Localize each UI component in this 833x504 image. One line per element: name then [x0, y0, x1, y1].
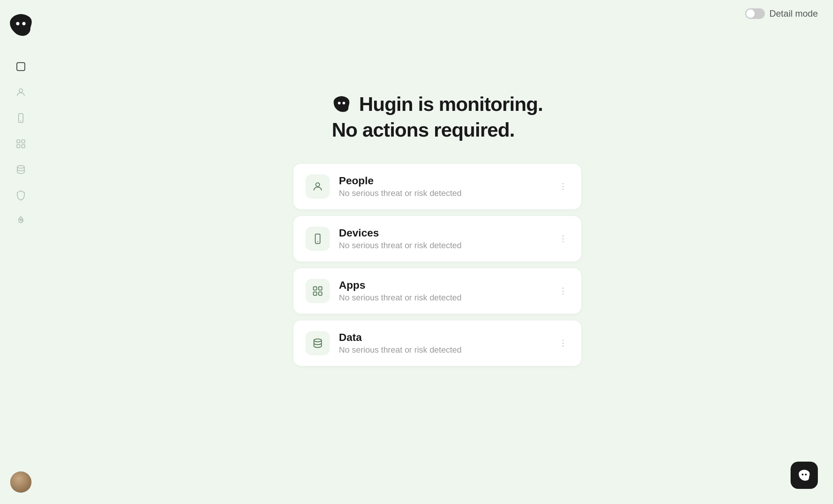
data-card-subtitle: No serious threat or risk detected	[339, 345, 548, 355]
sidebar-item-devices[interactable]	[13, 110, 28, 126]
devices-card-text: Devices No serious threat or risk detect…	[339, 227, 548, 250]
sidebar-item-dashboard[interactable]	[13, 59, 28, 74]
chat-bot-icon	[797, 468, 811, 482]
hero-logo-icon	[332, 94, 351, 114]
apps-card-subtitle: No serious threat or risk detected	[339, 293, 548, 303]
user-avatar[interactable]	[10, 471, 31, 493]
svg-rect-8	[17, 145, 20, 148]
devices-card-subtitle: No serious threat or risk detected	[339, 241, 548, 250]
devices-card-menu[interactable]: ⋮	[557, 233, 569, 245]
devices-card-title: Devices	[339, 227, 548, 239]
sidebar-item-database[interactable]	[13, 162, 28, 177]
svg-rect-18	[314, 292, 317, 296]
people-card-text: People No serious threat or risk detecte…	[339, 175, 548, 198]
apps-card-title: Apps	[339, 279, 548, 291]
svg-point-13	[316, 183, 320, 187]
svg-point-21	[802, 474, 803, 476]
svg-rect-2	[17, 63, 25, 71]
devices-card[interactable]: Devices No serious threat or risk detect…	[293, 216, 581, 261]
app-logo[interactable]	[7, 11, 34, 40]
hero-section: Hugin is monitoring. No actions required…	[332, 93, 543, 141]
people-card-icon-wrapper	[306, 174, 330, 199]
svg-point-20	[314, 339, 321, 342]
detail-mode-toggle[interactable]	[745, 8, 765, 19]
apps-icon	[312, 285, 323, 297]
sidebar	[0, 0, 42, 504]
people-card-menu[interactable]: ⋮	[557, 180, 569, 193]
people-card-title: People	[339, 175, 548, 187]
svg-point-15	[317, 241, 318, 242]
data-card-icon-wrapper	[306, 331, 330, 355]
data-card-menu[interactable]: ⋮	[557, 337, 569, 349]
svg-point-3	[19, 89, 22, 92]
svg-point-10	[17, 166, 25, 168]
svg-point-0	[16, 22, 19, 25]
data-card-text: Data No serious threat or risk detected	[339, 331, 548, 355]
svg-point-5	[20, 120, 21, 121]
data-card[interactable]: Data No serious threat or risk detected …	[293, 320, 581, 366]
people-card-subtitle: No serious threat or risk detected	[339, 188, 548, 198]
devices-card-icon-wrapper	[306, 227, 330, 251]
svg-rect-16	[314, 287, 317, 290]
apps-card-text: Apps No serious threat or risk detected	[339, 279, 548, 303]
sidebar-item-people[interactable]	[13, 85, 28, 100]
person-icon	[312, 181, 323, 192]
svg-point-1	[22, 22, 26, 25]
database-icon	[312, 338, 323, 349]
sidebar-nav	[13, 59, 28, 471]
sidebar-item-alerts[interactable]	[13, 213, 28, 229]
data-card-title: Data	[339, 331, 548, 344]
hero-title: Hugin is monitoring.	[359, 93, 543, 115]
svg-rect-19	[319, 292, 322, 296]
svg-rect-7	[22, 140, 25, 143]
apps-card[interactable]: Apps No serious threat or risk detected …	[293, 268, 581, 314]
sidebar-item-shield[interactable]	[13, 188, 28, 203]
people-card[interactable]: People No serious threat or risk detecte…	[293, 164, 581, 209]
svg-point-22	[805, 474, 807, 476]
sidebar-item-apps[interactable]	[13, 136, 28, 151]
svg-rect-9	[22, 145, 25, 148]
detail-mode-label: Detail mode	[769, 8, 818, 19]
cards-container: People No serious threat or risk detecte…	[293, 164, 581, 366]
apps-card-menu[interactable]: ⋮	[557, 285, 569, 297]
svg-rect-6	[17, 140, 20, 143]
hero-subtitle: No actions required.	[332, 118, 515, 141]
main-content: Hugin is monitoring. No actions required…	[42, 0, 833, 504]
svg-point-11	[338, 102, 341, 104]
device-icon	[312, 233, 323, 244]
svg-rect-17	[319, 287, 322, 290]
chat-button[interactable]	[791, 462, 818, 489]
detail-mode-section: Detail mode	[745, 8, 818, 19]
svg-point-12	[343, 102, 345, 104]
apps-card-icon-wrapper	[306, 279, 330, 303]
